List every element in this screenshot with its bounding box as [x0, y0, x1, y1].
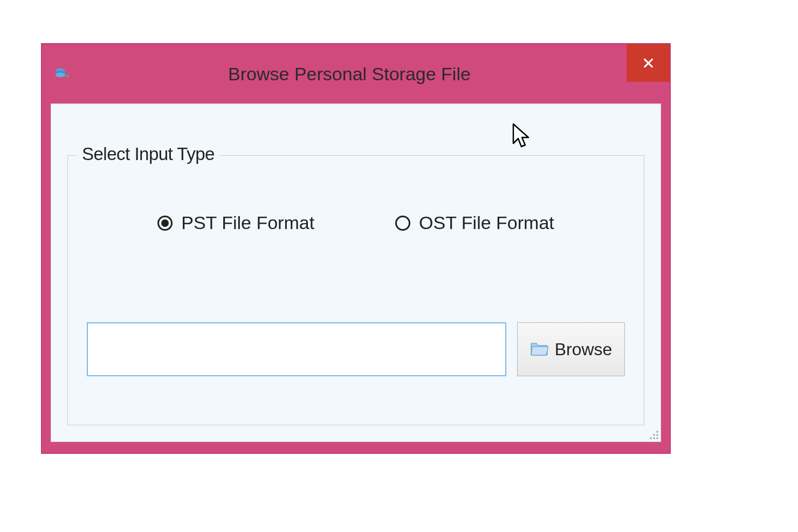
svg-point-5: [650, 437, 652, 439]
folder-icon: [530, 340, 548, 358]
radio-indicator: [395, 216, 410, 231]
client-area: Select Input Type PST File Format OST Fi…: [51, 103, 661, 442]
titlebar[interactable]: Browse Personal Storage File ✕: [42, 44, 670, 103]
file-path-input[interactable]: [87, 322, 506, 376]
svg-point-3: [653, 434, 655, 436]
resize-grip: [645, 426, 661, 441]
input-type-groupbox: Select Input Type PST File Format OST Fi…: [67, 155, 644, 425]
radio-pst[interactable]: PST File Format: [157, 212, 314, 233]
radio-ost-label: OST File Format: [419, 212, 554, 233]
browse-button[interactable]: Browse: [517, 322, 625, 376]
radio-indicator: [157, 216, 173, 231]
close-button[interactable]: ✕: [627, 44, 670, 82]
svg-point-6: [653, 437, 655, 439]
radio-row: PST File Format OST File Format: [87, 212, 625, 233]
dialog-window: Browse Personal Storage File ✕ Select In…: [41, 43, 671, 454]
svg-point-2: [656, 431, 658, 433]
radio-dot: [161, 219, 169, 227]
svg-point-4: [656, 434, 658, 436]
groupbox-label: Select Input Type: [77, 144, 220, 164]
radio-pst-label: PST File Format: [181, 212, 314, 233]
svg-point-1: [56, 73, 65, 77]
radio-ost[interactable]: OST File Format: [395, 212, 554, 233]
window-title: Browse Personal Storage File: [72, 64, 670, 85]
browse-label: Browse: [555, 340, 613, 360]
svg-point-7: [656, 437, 658, 439]
path-row: Browse: [87, 322, 625, 376]
close-icon: ✕: [642, 54, 655, 73]
app-icon: [53, 64, 72, 84]
